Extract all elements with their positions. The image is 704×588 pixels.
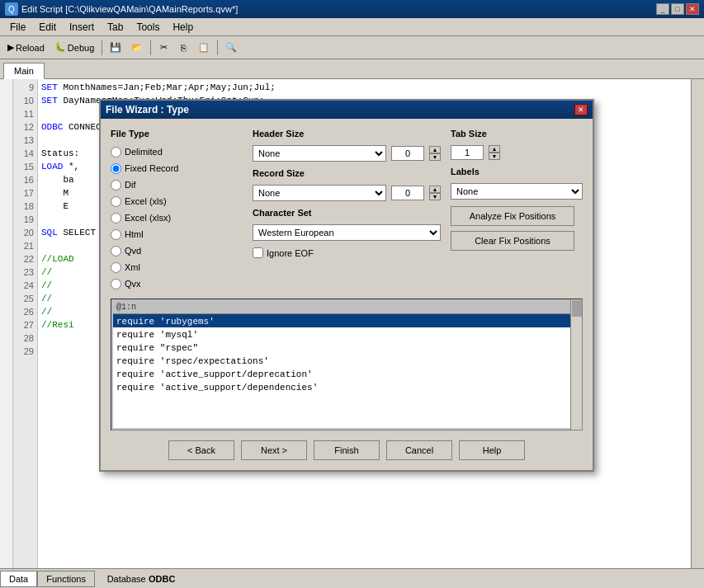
tab-size-spinner: ▲ ▼ — [489, 145, 500, 160]
label-dif: Dif — [125, 180, 135, 190]
ignore-eof-row: Ignore EOF — [253, 247, 441, 258]
file-type-section: File Type Delimited Fixed Record Dif — [111, 129, 243, 292]
title-bar: Q Edit Script [C:\QlikviewQAMain\QAMainR… — [0, 0, 704, 18]
help-button[interactable]: Help — [459, 440, 525, 460]
label-qvd: Qvd — [125, 246, 141, 256]
labels-select[interactable]: None — [451, 183, 583, 200]
record-size-row: Record Size — [253, 168, 441, 178]
dialog-body: File Type Delimited Fixed Record Dif — [101, 119, 593, 470]
tab-size-row: Tab Size — [451, 129, 583, 139]
line-num-25: 25 — [13, 292, 37, 305]
menu-help[interactable]: Help — [166, 20, 200, 35]
ignore-eof-label: Ignore EOF — [267, 248, 314, 258]
window-title: Edit Script [C:\QlikviewQAMain\QAMainRep… — [21, 4, 238, 14]
reload-button[interactable]: ▶ Reload — [3, 39, 49, 57]
tab-bar: Main — [0, 59, 704, 79]
label-excel-xlsx: Excel (xlsx) — [125, 213, 171, 223]
copy-button[interactable]: ⎘ — [174, 39, 192, 57]
character-set-select[interactable]: Western European — [253, 224, 441, 241]
line-num-28: 28 — [13, 332, 37, 345]
tab-functions[interactable]: Functions — [37, 571, 95, 587]
line-numbers: 9 10 11 12 13 14 15 16 17 18 19 20 21 22… — [13, 79, 38, 568]
preview-hscrollbar[interactable]: ◀ ▶ — [111, 430, 582, 430]
finish-button[interactable]: Finish — [314, 440, 380, 460]
header-size-down[interactable]: ▼ — [429, 153, 441, 161]
tab-size-input[interactable] — [451, 145, 484, 160]
label-fixed-record: Fixed Record — [125, 163, 178, 173]
preview-line-1: require 'rubygems' — [113, 314, 580, 327]
preview-line-6: require 'active_support/dependencies' — [113, 380, 580, 393]
next-button[interactable]: Next > — [241, 440, 307, 460]
tab-data[interactable]: Data — [0, 571, 37, 587]
open-button[interactable]: 📂 — [127, 39, 147, 57]
record-size-input[interactable] — [391, 186, 424, 200]
maximize-button[interactable]: □ — [671, 3, 684, 15]
header-size-label: Header Size — [253, 129, 319, 139]
menu-tab[interactable]: Tab — [101, 20, 130, 35]
database-value: ODBC — [149, 574, 175, 584]
tab-main[interactable]: Main — [3, 63, 45, 79]
header-size-controls: None ▲ ▼ — [253, 145, 441, 162]
editor-scrollbar[interactable] — [691, 79, 704, 568]
debug-icon: 🐛 — [54, 42, 66, 53]
header-size-spinner: ▲ ▼ — [429, 146, 441, 161]
label-html: Html — [125, 229, 144, 239]
radio-excel-xlsx[interactable]: Excel (xlsx) — [111, 209, 243, 226]
radio-delimited[interactable]: Delimited — [111, 143, 243, 160]
cut-button[interactable]: ✂ — [154, 39, 172, 57]
breakpoint-column — [0, 79, 13, 568]
paste-button[interactable]: 📋 — [194, 39, 214, 57]
right-settings-section: Tab Size ▲ ▼ Labels — [451, 129, 583, 292]
back-button[interactable]: < Back — [168, 440, 234, 460]
find-button[interactable]: 🔍 — [221, 39, 241, 57]
line-num-24: 24 — [13, 279, 37, 292]
radio-xml[interactable]: Xml — [111, 259, 243, 275]
preview-scroll-thumb — [572, 300, 582, 317]
code-line-9: SET MonthNames=Jan;Feb;Mar;Apr;May;Jun;J… — [41, 81, 687, 94]
record-size-down[interactable]: ▼ — [429, 193, 441, 200]
database-label: Database — [107, 574, 146, 584]
header-size-input[interactable] — [391, 146, 424, 161]
line-num-23: 23 — [13, 266, 37, 279]
save-button[interactable]: 💾 — [106, 39, 125, 57]
line-num-19: 19 — [13, 213, 37, 226]
preview-line-5: require 'active_support/deprecation' — [113, 367, 580, 380]
header-size-select[interactable]: None — [253, 145, 386, 162]
close-button[interactable]: ✕ — [686, 3, 699, 15]
dialog-close-button[interactable]: ✕ — [574, 104, 588, 115]
clear-fix-positions-button[interactable]: Clear Fix Positions — [451, 231, 574, 251]
analyze-fix-positions-button[interactable]: Analyze Fix Positions — [451, 206, 574, 226]
preview-line-3: require "rspec" — [113, 341, 580, 354]
menu-file[interactable]: File — [3, 20, 32, 35]
character-set-label: Character Set — [253, 208, 319, 218]
radio-excel-xls[interactable]: Excel (xls) — [111, 193, 243, 209]
file-wizard-dialog: File Wizard : Type ✕ File Type Delimited… — [99, 99, 594, 472]
radio-html[interactable]: Html — [111, 226, 243, 242]
radio-fixed-record[interactable]: Fixed Record — [111, 160, 243, 176]
radio-dif[interactable]: Dif — [111, 176, 243, 193]
radio-qvd[interactable]: Qvd — [111, 242, 243, 259]
record-size-select[interactable]: None — [253, 185, 386, 201]
record-size-controls: None ▲ ▼ — [253, 185, 441, 201]
minimize-button[interactable]: _ — [656, 3, 669, 15]
radio-qvx[interactable]: Qvx — [111, 275, 243, 292]
header-size-up[interactable]: ▲ — [429, 146, 441, 153]
record-size-up[interactable]: ▲ — [429, 186, 441, 193]
tab-size-controls: ▲ ▼ — [451, 145, 583, 160]
dialog-footer: < Back Next > Finish Cancel Help — [111, 437, 583, 460]
tab-size-down[interactable]: ▼ — [489, 153, 500, 160]
line-num-11: 11 — [13, 107, 37, 120]
line-num-17: 17 — [13, 186, 37, 200]
toolbar: ▶ Reload 🐛 Debug 💾 📂 ✂ ⎘ 📋 🔍 — [0, 36, 704, 59]
menu-edit[interactable]: Edit — [32, 20, 63, 35]
menu-bar: File Edit Insert Tab Tools Help — [0, 18, 704, 36]
menu-tools[interactable]: Tools — [130, 20, 166, 35]
tab-size-label: Tab Size — [451, 129, 517, 139]
code-preview-header: @1:n — [113, 301, 580, 314]
menu-insert[interactable]: Insert — [63, 20, 101, 35]
preview-scrollbar[interactable] — [570, 299, 582, 430]
debug-button[interactable]: 🐛 Debug — [50, 39, 98, 57]
ignore-eof-checkbox[interactable] — [253, 247, 263, 258]
cancel-button[interactable]: Cancel — [386, 440, 452, 460]
tab-size-up[interactable]: ▲ — [489, 145, 500, 153]
